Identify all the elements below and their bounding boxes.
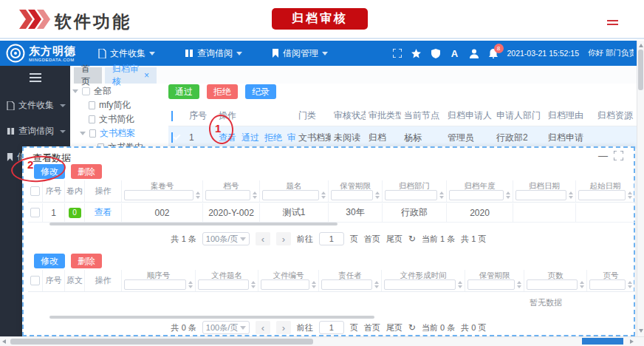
sidebar-item-query-borrow[interactable]: 查询借阅 bbox=[0, 118, 70, 144]
font-size-icon[interactable]: A bbox=[450, 48, 460, 58]
prev-page-button[interactable]: ‹ bbox=[256, 321, 270, 334]
shield-icon[interactable] bbox=[431, 48, 441, 58]
last-page-link[interactable]: 尾页 bbox=[386, 234, 402, 245]
select-all-checkbox[interactable] bbox=[30, 186, 40, 196]
edit-button[interactable]: 修改 bbox=[34, 254, 65, 268]
sort-carets-icon[interactable] bbox=[251, 281, 256, 288]
refresh-icon[interactable]: ↻ bbox=[408, 234, 416, 244]
sort-carets-icon[interactable] bbox=[253, 191, 257, 199]
filter-input[interactable] bbox=[262, 190, 319, 200]
hamburger-icon[interactable] bbox=[30, 73, 41, 82]
filter-input[interactable] bbox=[124, 190, 193, 200]
filter-input[interactable] bbox=[331, 190, 373, 200]
tree-node-root[interactable]: 全部 bbox=[72, 84, 167, 98]
select-all-checkbox[interactable] bbox=[171, 111, 173, 121]
filter-input[interactable] bbox=[205, 190, 250, 200]
sort-carets-icon[interactable] bbox=[375, 191, 380, 199]
audit-log-link[interactable]: 审核记录 bbox=[287, 132, 295, 144]
sort-carets-icon[interactable] bbox=[628, 281, 632, 288]
prev-page-button[interactable]: ‹ bbox=[256, 232, 270, 245]
filter-input[interactable] bbox=[589, 279, 626, 290]
vertical-scroll-thumb[interactable] bbox=[638, 50, 643, 90]
filter-input[interactable] bbox=[515, 190, 566, 200]
filter-input[interactable] bbox=[321, 279, 372, 290]
horizontal-scroll-thumb[interactable] bbox=[10, 339, 313, 345]
record-button[interactable]: 纪录 bbox=[245, 84, 276, 99]
next-page-button[interactable]: › bbox=[276, 232, 291, 245]
scroll-up-icon[interactable] bbox=[639, 44, 643, 47]
delete-button[interactable]: 删除 bbox=[71, 164, 102, 179]
next-page-button[interactable]: › bbox=[276, 321, 291, 334]
edit-button[interactable]: 修改 bbox=[34, 164, 65, 179]
caret-down-icon[interactable] bbox=[80, 132, 86, 135]
table-hscroll-thumb[interactable] bbox=[49, 316, 374, 319]
refuse-link[interactable]: 拒绝 bbox=[264, 132, 282, 144]
notification-bell-icon[interactable]: 8 bbox=[488, 48, 499, 58]
tree-node-wenshu-jianhua[interactable]: 文书简化 bbox=[72, 112, 167, 126]
sort-carets-icon[interactable] bbox=[517, 281, 521, 288]
pass-link[interactable]: 通过 bbox=[242, 132, 259, 144]
refresh-icon[interactable]: ↻ bbox=[408, 322, 416, 333]
fullscreen-icon[interactable] bbox=[392, 48, 402, 58]
filter-input[interactable] bbox=[467, 279, 515, 290]
vertical-scrollbar[interactable] bbox=[637, 41, 644, 336]
page-size-select[interactable]: 100条/页 bbox=[202, 321, 250, 334]
goto-page-input[interactable] bbox=[319, 232, 344, 245]
sort-carets-icon[interactable] bbox=[439, 191, 444, 199]
scroll-right-icon[interactable] bbox=[630, 339, 634, 344]
sort-carets-icon[interactable] bbox=[569, 191, 573, 199]
nav-item-file-collect[interactable]: 文件收集 bbox=[98, 47, 155, 60]
filter-input[interactable] bbox=[198, 279, 249, 290]
reject-button[interactable]: 拒绝 bbox=[207, 84, 238, 99]
last-page-link[interactable]: 尾页 bbox=[386, 322, 402, 333]
sort-carets-icon[interactable] bbox=[628, 191, 632, 199]
user-icon[interactable] bbox=[469, 48, 479, 58]
row-checkbox[interactable] bbox=[30, 208, 40, 217]
filter-input[interactable] bbox=[261, 279, 309, 290]
close-icon[interactable]: × bbox=[144, 70, 149, 81]
row-checkbox[interactable] bbox=[171, 132, 173, 143]
review-table-row[interactable]: 1 查看 通过 拒绝 审核记录 文书档案 未阅读 归档 杨标 管理员 行政部2 … bbox=[168, 126, 637, 149]
scroll-down-icon[interactable] bbox=[639, 329, 643, 333]
nav-item-query-borrow[interactable]: 查询借阅 bbox=[185, 47, 242, 60]
sort-carets-icon[interactable] bbox=[580, 281, 584, 288]
nav-item-borrow-manage[interactable]: 借阅管理 bbox=[272, 47, 328, 60]
view-link[interactable]: 查看 bbox=[219, 132, 236, 144]
select-all-checkbox[interactable] bbox=[30, 276, 40, 285]
expand-icon[interactable] bbox=[614, 151, 623, 160]
tree-checkbox[interactable] bbox=[82, 87, 90, 95]
goto-page-input[interactable] bbox=[319, 321, 344, 334]
tree-node-wenshu-dangan[interactable]: 文书档案 bbox=[72, 126, 167, 140]
volume-table-row[interactable]: 1 0 查看 002 2020-Y-002 测试1 30年 行政部 2020 bbox=[28, 203, 635, 223]
sidebar-item-file-collect[interactable]: 文件收集 bbox=[0, 92, 70, 118]
scroll-left-icon[interactable] bbox=[2, 339, 6, 344]
sort-carets-icon[interactable] bbox=[374, 281, 379, 288]
table-hscroll-thumb[interactable] bbox=[49, 223, 338, 225]
sort-carets-icon[interactable] bbox=[188, 281, 193, 288]
sort-carets-icon[interactable] bbox=[458, 281, 462, 288]
first-page-link[interactable]: 首页 bbox=[364, 322, 380, 333]
page-size-select[interactable]: 100条/页 bbox=[202, 232, 250, 245]
horizontal-scrollbar[interactable] bbox=[0, 336, 644, 346]
filter-input[interactable] bbox=[384, 279, 456, 290]
filter-input[interactable] bbox=[578, 190, 626, 200]
sort-carets-icon[interactable] bbox=[312, 281, 316, 288]
tab-home[interactable]: 首页 bbox=[74, 67, 102, 84]
favorite-star-icon[interactable] bbox=[411, 48, 422, 58]
collapse-menu-icon[interactable] bbox=[607, 20, 618, 27]
tree-node-mfy[interactable]: mfy简化 bbox=[72, 98, 167, 112]
tab-archive-review[interactable]: 归档审核 × bbox=[105, 67, 157, 84]
delete-button[interactable]: 删除 bbox=[71, 254, 102, 268]
filter-input[interactable] bbox=[385, 190, 437, 200]
approve-button[interactable]: 通过 bbox=[168, 84, 199, 99]
sort-carets-icon[interactable] bbox=[506, 191, 510, 199]
filter-input[interactable] bbox=[124, 279, 186, 290]
caret-down-icon[interactable] bbox=[72, 89, 78, 93]
minimize-icon[interactable]: — bbox=[598, 152, 608, 160]
sort-carets-icon[interactable] bbox=[196, 191, 200, 199]
view-link[interactable]: 查看 bbox=[95, 206, 112, 219]
filter-input[interactable] bbox=[449, 190, 504, 200]
first-page-link[interactable]: 首页 bbox=[364, 234, 380, 245]
filter-input[interactable] bbox=[527, 279, 578, 290]
sort-carets-icon[interactable] bbox=[321, 191, 326, 199]
